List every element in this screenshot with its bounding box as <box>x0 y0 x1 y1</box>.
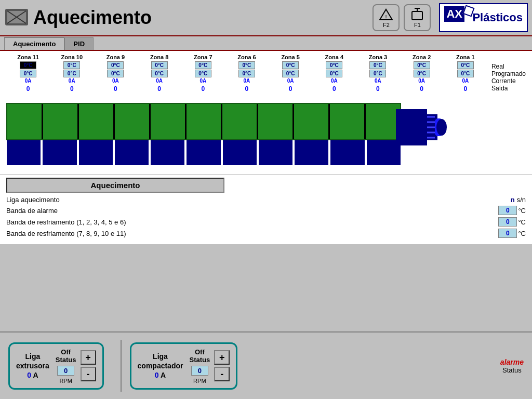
header-buttons: ! F2 F1 <box>373 4 431 31</box>
svg-point-12 <box>436 119 447 136</box>
compactador-amp-val: 0 <box>155 371 159 379</box>
compactador-amp-label: A <box>161 371 166 379</box>
f1-button[interactable]: F1 <box>404 4 431 31</box>
separator-1 <box>121 340 122 392</box>
compactador-pm-buttons: + - <box>214 350 230 381</box>
blue-foot-1 <box>43 140 76 165</box>
svg-text:!: ! <box>385 14 387 20</box>
extrusora-status: OffStatus <box>56 348 76 364</box>
widget-extrusora: Ligaextrusora 0 A OffStatus 0 RPM + - <box>8 342 104 390</box>
blue-foot-5 <box>187 140 220 165</box>
info-row-alarme: Banda de alarme 0 °C <box>6 206 526 215</box>
alarm-text: alarme <box>500 358 524 366</box>
zone-col-zona-11: Zona 110°C0°C0A0 <box>6 54 50 92</box>
zone-col-zona-8: Zona 80°C0°C0A0 <box>138 54 181 92</box>
blue-foot-9 <box>330 140 364 165</box>
info-panel: Aquecimento Liga aquecimento n s/n Banda… <box>0 174 532 244</box>
blue-foot-0 <box>7 140 41 165</box>
extrusora-label: Ligaextrusora 0 A <box>16 352 49 380</box>
alarm-status: alarme Status <box>500 358 524 374</box>
zone-col-zona-3: Zona 30°C0°C0A0 <box>356 54 400 92</box>
extrusora-rpm-val[interactable]: 0 <box>57 366 74 376</box>
zones-area: Zona 110°C0°C0A0Zona 100°C0°C0A0Zona 90°… <box>0 51 532 94</box>
zone-col-zona-7: Zona 70°C0°C0A0 <box>181 54 225 92</box>
tab-aquecimento[interactable]: Aquecimento <box>4 37 64 50</box>
extrusora-amp-val: 0 <box>27 371 31 379</box>
info-row-resfriamento-2: Banda de resfriamento (7, 8, 9, 10 e 11)… <box>6 229 526 238</box>
header: Aquecimento ! F2 F1 AX Plásticos <box>0 0 532 36</box>
bottom-bar: Ligaextrusora 0 A OffStatus 0 RPM + - Li… <box>0 331 532 399</box>
compactador-label: Ligacompactador 0 A <box>138 352 183 380</box>
header-title: Aquecimento <box>33 7 373 29</box>
compactador-rpm-label: RPM <box>193 378 206 384</box>
tab-pid[interactable]: PID <box>64 37 94 50</box>
extruder-body <box>6 103 401 140</box>
extrusora-amp-label: A <box>33 371 38 379</box>
extrusora-minus-btn[interactable]: - <box>81 367 96 381</box>
f2-button[interactable]: ! F2 <box>373 4 400 31</box>
tabbar: Aquecimento PID <box>0 36 532 51</box>
compactador-plus-btn[interactable]: + <box>214 350 230 365</box>
svg-rect-6 <box>412 11 422 20</box>
zone-col-zona-4: Zona 40°C0°C0A0 <box>312 54 356 92</box>
logo: AX Plásticos <box>439 3 528 32</box>
extrusora-pm-buttons: + - <box>81 350 96 381</box>
zone-col-zona-10: Zona 100°C0°C0A0 <box>50 54 94 92</box>
logo-text: Plásticos <box>472 11 523 24</box>
compactador-right: OffStatus 0 RPM <box>189 348 210 384</box>
zone-col-zona-6: Zona 60°C0°C0A0 <box>225 54 269 92</box>
alarm-label: Status <box>500 366 524 374</box>
svg-rect-9 <box>396 109 427 145</box>
blue-foot-4 <box>151 140 184 165</box>
info-panel-title: Aquecimento <box>6 178 224 193</box>
extrusora-right: OffStatus 0 RPM <box>56 348 76 384</box>
header-icon <box>4 5 29 31</box>
blue-foot-8 <box>295 140 328 165</box>
zone-col-zona-5: Zona 50°C0°C0A0 <box>269 54 312 92</box>
info-row-resfriamento-1: Banda de resfriamento (1, 2, 3, 4, 5 e 6… <box>6 217 526 227</box>
compactador-rpm-val[interactable]: 0 <box>191 366 208 376</box>
extruder-nozzle <box>396 99 448 173</box>
blue-foot-2 <box>79 140 113 165</box>
blue-feet <box>6 140 401 165</box>
extrusora-rpm-label: RPM <box>59 378 72 384</box>
info-row-liga: Liga aquecimento n s/n <box>6 196 526 204</box>
compactador-minus-btn[interactable]: - <box>214 367 230 381</box>
widget-compactador: Ligacompactador 0 A OffStatus 0 RPM + - <box>130 342 238 390</box>
zone-row-labels: Real Programado Corrente Saída <box>491 63 526 91</box>
blue-foot-6 <box>223 140 257 165</box>
zone-col-zona-9: Zona 90°C0°C0A0 <box>94 54 137 92</box>
blue-foot-3 <box>115 140 149 165</box>
blue-foot-7 <box>259 140 292 165</box>
zone-col-zona-1: Zona 10°C0°C0A0 <box>444 54 487 92</box>
zone-columns: Zona 110°C0°C0A0Zona 100°C0°C0A0Zona 90°… <box>6 54 487 92</box>
extrusora-plus-btn[interactable]: + <box>81 350 96 365</box>
zone-col-zona-2: Zona 20°C0°C0A0 <box>400 54 444 92</box>
extruder-diagram <box>0 94 532 174</box>
compactador-status: OffStatus <box>189 348 210 364</box>
